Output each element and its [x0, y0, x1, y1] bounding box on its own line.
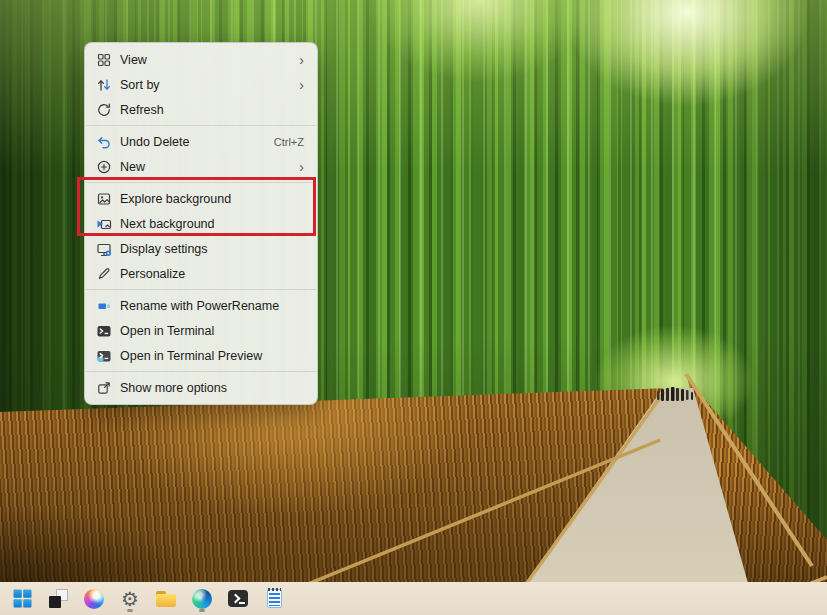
taskbar-item-file-explorer[interactable]: [154, 584, 178, 613]
menu-item-display-settings[interactable]: Display settings: [85, 236, 317, 261]
refresh-icon: [96, 102, 112, 118]
menu-item-label: Sort by: [120, 78, 299, 92]
menu-item-label: Next background: [120, 217, 304, 231]
menu-item-explore-background[interactable]: Explore background: [85, 186, 317, 211]
folder-icon: [156, 591, 176, 607]
menu-separator: [86, 125, 316, 126]
menu-item-refresh[interactable]: Refresh: [85, 97, 317, 122]
menu-item-label: Personalize: [120, 267, 304, 281]
menu-item-show-more-options[interactable]: Show more options: [85, 375, 317, 400]
sort-arrows-icon: [96, 77, 112, 93]
terminal-icon: [228, 590, 248, 607]
taskbar-item-desktops[interactable]: [46, 584, 70, 613]
shortcut-label: Ctrl+Z: [274, 136, 304, 148]
new-plus-icon: [96, 159, 112, 175]
gear-icon: ⚙: [121, 589, 139, 609]
running-indicator: [127, 609, 133, 612]
windows-logo-icon: [13, 589, 32, 608]
undo-icon: [96, 134, 112, 150]
taskbar: ⚙: [0, 582, 827, 615]
menu-item-label: Open in Terminal: [120, 324, 304, 338]
menu-item-new[interactable]: New ›: [85, 154, 317, 179]
taskbar-item-terminal[interactable]: [226, 584, 250, 613]
chevron-right-icon: ›: [299, 160, 304, 174]
personalize-pen-icon: [96, 266, 112, 282]
menu-item-view[interactable]: View ›: [85, 47, 317, 72]
picture-icon: [96, 191, 112, 207]
menu-item-label: Undo Delete: [120, 135, 274, 149]
next-picture-icon: [96, 216, 112, 232]
menu-item-sort-by[interactable]: Sort by ›: [85, 72, 317, 97]
show-more-options-icon: [96, 380, 112, 396]
view-grid-icon: [96, 52, 112, 68]
menu-item-label: Show more options: [120, 381, 304, 395]
desktop-context-menu: View › Sort by › Refresh: [84, 42, 318, 405]
display-settings-icon: [96, 241, 112, 257]
terminal-preview-icon: [96, 348, 112, 364]
overlapping-squares-icon: [49, 589, 68, 608]
taskbar-item-notepad[interactable]: [262, 584, 286, 613]
powerrename-icon: [96, 298, 112, 314]
menu-item-label: View: [120, 53, 299, 67]
copilot-icon: [84, 589, 104, 609]
menu-item-label: New: [120, 160, 299, 174]
menu-item-next-background[interactable]: Next background: [85, 211, 317, 236]
taskbar-item-settings[interactable]: ⚙: [118, 584, 142, 613]
menu-separator: [86, 371, 316, 372]
menu-item-label: Refresh: [120, 103, 304, 117]
desktop: View › Sort by › Refresh: [0, 0, 827, 615]
menu-item-open-in-terminal-preview[interactable]: Open in Terminal Preview: [85, 343, 317, 368]
notepad-icon: [267, 589, 282, 608]
menu-separator: [86, 289, 316, 290]
start-button[interactable]: [10, 584, 34, 613]
menu-item-open-in-terminal[interactable]: Open in Terminal: [85, 318, 317, 343]
menu-item-label: Open in Terminal Preview: [120, 349, 304, 363]
chevron-right-icon: ›: [299, 78, 304, 92]
menu-item-label: Explore background: [120, 192, 304, 206]
taskbar-item-edge[interactable]: [190, 584, 214, 613]
menu-item-rename-with-powerrename[interactable]: Rename with PowerRename: [85, 293, 317, 318]
menu-item-label: Rename with PowerRename: [120, 299, 304, 313]
menu-separator: [86, 182, 316, 183]
menu-item-undo-delete[interactable]: Undo Delete Ctrl+Z: [85, 129, 317, 154]
running-indicator: [199, 609, 205, 612]
terminal-icon: [96, 323, 112, 339]
menu-item-label: Display settings: [120, 242, 304, 256]
taskbar-item-copilot[interactable]: [82, 584, 106, 613]
edge-browser-icon: [192, 589, 212, 609]
chevron-right-icon: ›: [299, 53, 304, 67]
menu-item-personalize[interactable]: Personalize: [85, 261, 317, 286]
